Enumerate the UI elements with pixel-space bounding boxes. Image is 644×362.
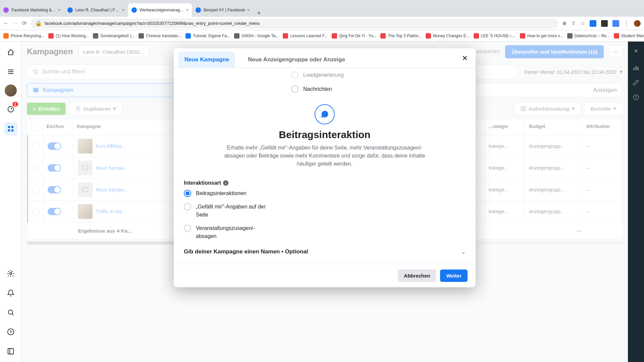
radio-empty — [291, 71, 299, 79]
bookmark-item[interactable]: Chinese translatio... — [139, 33, 181, 39]
clock-icon[interactable] — [633, 94, 639, 102]
modal-tab-new-adset[interactable]: Neue Anzeigengruppe oder Anzeige — [242, 52, 351, 68]
engagement-desc: Erhalte mehr „Gefällt mir"-Angaben für d… — [217, 144, 432, 168]
svg-point-7 — [7, 329, 13, 335]
lock-icon: 🔒 — [35, 20, 42, 26]
bookmarks-bar: Phone Recycling... (1) How Working... So… — [0, 30, 644, 42]
browser-tab-active[interactable]: Werbeanzeigenmanager - We...× — [128, 3, 192, 17]
info-icon[interactable]: i — [223, 180, 228, 186]
engagement-title: Beitragsinteraktion — [217, 129, 432, 140]
radio-event-responses[interactable]: Veranstaltungszusagen/-absagen — [184, 224, 466, 240]
svg-rect-4 — [11, 129, 13, 131]
tab-title: Facebook Marketing & Werbea... — [11, 8, 56, 12]
chart-icon[interactable] — [633, 64, 639, 72]
menu-icon[interactable] — [4, 65, 17, 78]
avatar[interactable] — [5, 84, 17, 97]
bookmark-item[interactable]: Student Wants an... — [614, 33, 644, 39]
close-icon[interactable]: × — [58, 8, 60, 12]
favicon — [67, 7, 73, 13]
browser-tab[interactable]: Facebook Marketing & Werbea...× — [0, 3, 64, 17]
radio-label: Beitragsinteraktionen — [196, 189, 246, 197]
edit-icon[interactable] — [633, 79, 639, 87]
radio-label: „Gefällt mir"-Angaben auf der Seite — [196, 203, 270, 219]
favicon — [196, 7, 201, 13]
interaction-type-label: Interaktionsart i — [184, 180, 466, 186]
browser-toolbar: ← → ⟳ 🔒 facebook.com/adsmanager/manage/c… — [0, 17, 644, 30]
url-text: facebook.com/adsmanager/manage/campaigns… — [45, 21, 553, 26]
close-icon[interactable]: × — [186, 8, 189, 12]
extension-icon[interactable] — [612, 20, 619, 27]
gear-icon[interactable] — [4, 267, 17, 280]
objective-messages[interactable]: Nachrichten — [184, 82, 466, 96]
objective-label: Leadgenerierung — [303, 72, 344, 78]
svg-rect-1 — [8, 126, 10, 128]
browser-tab[interactable]: Beispiel XY | Facebook× — [192, 3, 253, 17]
bookmark-item[interactable]: Lessons Learned F... — [283, 33, 327, 39]
objective-label: Nachrichten — [303, 86, 332, 92]
new-campaign-modal: Neue Kampagne Neue Anzeigengruppe oder A… — [174, 48, 476, 287]
browser-tab-strip: Facebook Marketing & Werbea...× Leon R. … — [0, 0, 644, 17]
svg-rect-15 — [635, 66, 636, 70]
bookmark-item[interactable]: GMSN - Google Ta... — [234, 33, 279, 39]
share-icon[interactable]: ⇧ — [571, 20, 576, 26]
radio-checked — [184, 190, 191, 197]
svg-rect-14 — [634, 68, 635, 70]
close-icon[interactable]: × — [247, 8, 250, 12]
browser-actions: ⊕ ⇧ ☆ ⋮ — [562, 20, 641, 27]
bookmark-item[interactable]: (1) How Working... — [48, 33, 89, 39]
modal-scrim: Neue Kampagne Neue Anzeigengruppe oder A… — [21, 42, 628, 362]
bookmark-item[interactable]: Qing Fei De Yi - Yu... — [332, 33, 377, 39]
modal-close-button[interactable] — [459, 52, 471, 64]
help-icon[interactable] — [4, 325, 17, 339]
engagement-icon — [315, 104, 335, 124]
radio-post-engagement[interactable]: Beitragsinteraktionen — [184, 189, 466, 197]
bookmark-item[interactable]: The Top 3 Platfor... — [380, 33, 422, 39]
url-bar[interactable]: 🔒 facebook.com/adsmanager/manage/campaig… — [31, 18, 558, 28]
back-icon[interactable]: ← — [3, 20, 9, 26]
menu-icon[interactable]: ⋮ — [624, 20, 629, 26]
grid-icon[interactable] — [4, 122, 17, 135]
bookmark-item[interactable]: LEE 'S HOUSE—... — [474, 33, 516, 39]
objective-lead[interactable]: Leadgenerierung — [184, 68, 466, 82]
radio-empty — [291, 85, 299, 93]
bell-icon[interactable] — [4, 286, 17, 300]
home-icon[interactable] — [4, 46, 17, 59]
new-tab-button[interactable]: + — [253, 10, 265, 17]
next-button[interactable]: Weiter — [440, 269, 468, 282]
svg-rect-3 — [8, 129, 10, 131]
section-title: Gib deiner Kampagne einen Namen • Option… — [184, 248, 308, 255]
tab-title: Leon R. Chaudhari | Facebook — [75, 8, 120, 12]
search-icon[interactable] — [4, 306, 17, 319]
close-icon[interactable]: × — [122, 8, 124, 12]
left-rail: 1 — [0, 42, 21, 362]
extension-icon[interactable] — [590, 20, 596, 27]
bookmark-item[interactable]: Phone Recycling... — [3, 33, 44, 39]
radio-empty — [184, 203, 191, 210]
close-icon[interactable] — [631, 46, 641, 58]
svg-point-5 — [10, 273, 12, 275]
collapse-icon[interactable] — [4, 345, 17, 358]
reload-icon[interactable]: ⟳ — [22, 20, 26, 26]
forward-icon[interactable]: → — [13, 20, 18, 26]
svg-rect-8 — [8, 349, 13, 354]
bookmark-item[interactable]: Money Changes E... — [426, 33, 470, 39]
gauge-icon[interactable]: 1 — [4, 103, 17, 116]
bookmark-item[interactable]: Sonderangebot! |... — [93, 33, 135, 39]
cancel-button[interactable]: Abbrechen — [398, 269, 436, 282]
bookmark-item[interactable]: How to get more v... — [520, 33, 563, 39]
radio-label: Veranstaltungszusagen/-absagen — [196, 224, 270, 240]
zoom-icon[interactable]: ⊕ — [562, 20, 567, 26]
browser-tab[interactable]: Leon R. Chaudhari | Facebook× — [64, 3, 128, 17]
svg-rect-16 — [637, 67, 638, 70]
tab-title: Beispiel XY | Facebook — [204, 8, 245, 12]
extension-icon[interactable] — [601, 20, 608, 27]
bookmark-icon[interactable]: ☆ — [580, 20, 585, 26]
bookmark-item[interactable]: Datenschutz – Re... — [567, 33, 610, 39]
bookmark-item[interactable]: Tutorial: Eigene Fa... — [185, 33, 230, 39]
radio-empty — [184, 225, 191, 232]
campaign-name-section[interactable]: Gib deiner Kampagne einen Namen • Option… — [184, 240, 466, 257]
profile-avatar-icon[interactable] — [634, 20, 641, 27]
modal-tab-new-campaign[interactable]: Neue Kampagne — [178, 52, 235, 68]
svg-point-6 — [8, 310, 12, 314]
radio-page-likes[interactable]: „Gefällt mir"-Angaben auf der Seite — [184, 203, 466, 219]
